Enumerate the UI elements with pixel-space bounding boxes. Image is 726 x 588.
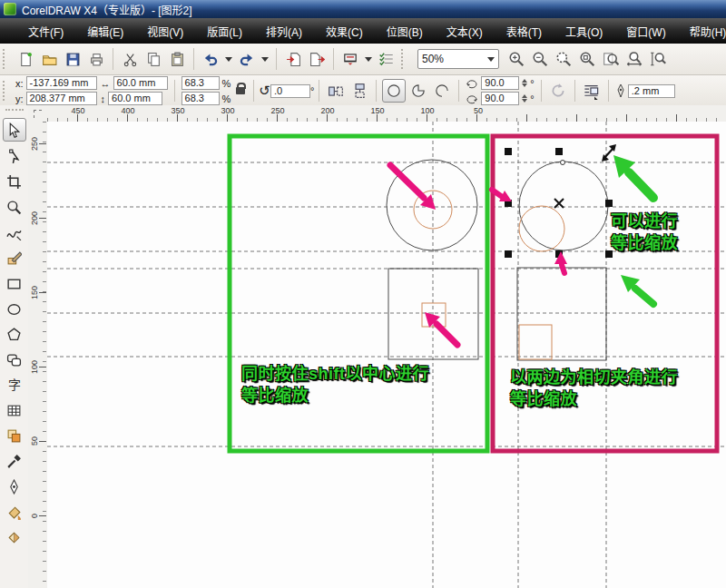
pie-icon: [410, 83, 427, 99]
degree-label: °: [530, 78, 534, 89]
fill-tool[interactable]: [4, 501, 25, 523]
vruler-label: 0: [30, 504, 39, 527]
arc-mode-button[interactable]: [431, 80, 453, 102]
ruler-origin-corner[interactable]: [28, 105, 48, 122]
zoom-all-button[interactable]: [576, 48, 598, 70]
property-bar-grip[interactable]: [3, 81, 9, 101]
print-button[interactable]: [85, 48, 107, 70]
zoom-level-select[interactable]: 50%: [417, 49, 499, 69]
undo-dropdown-icon[interactable]: [225, 57, 232, 62]
toolbox: 字: [0, 105, 29, 588]
interactive-fill-tool[interactable]: [4, 526, 25, 548]
undo-button[interactable]: [200, 48, 221, 70]
horizontal-ruler[interactable]: 450 400 350 300 250 200 150 100 50: [47, 105, 726, 122]
toolbar-grip[interactable]: [401, 49, 407, 69]
app-launcher-button[interactable]: [339, 48, 361, 70]
mirror-horizontal-button[interactable]: [325, 80, 347, 102]
lock-ratio-icon[interactable]: [236, 87, 245, 94]
rectangle-tool[interactable]: [4, 272, 25, 294]
left-example-shapes: [387, 160, 478, 359]
eyedropper-tool[interactable]: [4, 450, 25, 472]
zoom-in-button[interactable]: [505, 48, 527, 70]
object-height-field[interactable]: 60.0 mm: [108, 92, 162, 105]
outline-pen-tool[interactable]: [4, 475, 25, 497]
menu-item-bitmaps[interactable]: 位图(B): [375, 20, 435, 43]
blend-tool[interactable]: [4, 425, 25, 446]
mirror-vertical-button[interactable]: [348, 80, 370, 102]
title-bar: CorelDRAW X4（专业版）- [图形2]: [0, 0, 726, 18]
cut-button[interactable]: [119, 48, 141, 70]
hruler-label: 450: [66, 106, 90, 115]
text-tool[interactable]: 字: [4, 374, 25, 396]
y-position-field[interactable]: 208.377 mm: [26, 92, 97, 105]
zoom-width-button[interactable]: [623, 48, 645, 70]
menu-item-table[interactable]: 表格(T): [495, 20, 554, 43]
snap-options-button[interactable]: [376, 48, 397, 70]
hruler-label: 200: [316, 106, 339, 115]
pick-tool[interactable]: [3, 118, 26, 142]
paste-button[interactable]: [166, 48, 188, 70]
zoom-out-button[interactable]: [529, 48, 551, 70]
copy-button[interactable]: [142, 48, 164, 70]
menu-item-window[interactable]: 窗口(W): [614, 20, 677, 43]
menu-item-edit[interactable]: 编辑(E): [75, 20, 135, 43]
guidelines[interactable]: [47, 122, 726, 588]
import-button[interactable]: [282, 48, 304, 70]
smart-fill-tool[interactable]: [4, 247, 25, 269]
basic-shapes-tool[interactable]: [4, 348, 25, 370]
polygon-tool[interactable]: [4, 323, 25, 345]
ellipse-mode-button[interactable]: [382, 79, 406, 103]
app-launcher-dropdown-icon[interactable]: [365, 57, 372, 62]
save-button[interactable]: [62, 48, 83, 70]
shape-tool[interactable]: [4, 145, 25, 167]
menu-item-text[interactable]: 文本(X): [435, 20, 495, 43]
zoom-page-button[interactable]: [600, 48, 622, 70]
start-angle-spinner[interactable]: [522, 79, 527, 87]
menu-item-file[interactable]: 文件(F): [16, 20, 75, 43]
outline-width-field[interactable]: .2 mm: [628, 84, 675, 98]
vertical-ruler[interactable]: 250 200 150 100 50 0: [28, 122, 48, 588]
menu-item-help[interactable]: 帮助(H): [678, 20, 726, 43]
caption-right-top: 可以进行 等比缩放: [611, 211, 678, 254]
zoom-height-button[interactable]: [647, 48, 669, 70]
pie-mode-button[interactable]: [407, 80, 429, 102]
import-icon: [286, 52, 301, 67]
zoom-selected-button[interactable]: [553, 48, 574, 70]
end-angle-spinner[interactable]: [522, 94, 527, 103]
rotation-field[interactable]: .0: [270, 84, 310, 98]
end-angle-field[interactable]: 90.0: [481, 92, 519, 105]
start-angle-field[interactable]: 90.0: [481, 76, 519, 90]
menu-bar: 文件(F) 编辑(E) 视图(V) 版面(L) 排列(A) 效果(C) 位图(B…: [0, 18, 726, 44]
start-angle-icon: [466, 78, 478, 89]
drawing-canvas[interactable]: 同时按住shift以中心进行 等比缩放 可以进行 等比缩放 以两边为相切夹角进行…: [47, 122, 726, 588]
redo-dropdown-icon[interactable]: [261, 57, 269, 62]
object-width-field[interactable]: 60.0 mm: [113, 76, 168, 90]
vruler-label: 250: [30, 132, 39, 155]
toolbox-grip[interactable]: [5, 109, 24, 114]
redo-button[interactable]: [236, 48, 258, 70]
wrap-text-button[interactable]: [581, 80, 603, 102]
paste-icon: [170, 52, 185, 67]
export-button[interactable]: [306, 48, 328, 70]
toolbar-grip[interactable]: [3, 49, 9, 69]
percent-label: %: [222, 93, 231, 104]
ellipse-tool[interactable]: [4, 298, 25, 319]
zoom-tool[interactable]: [4, 196, 25, 218]
scale-h-field[interactable]: 68.3: [182, 76, 220, 90]
vruler-label: 50: [30, 429, 39, 453]
menu-item-tools[interactable]: 工具(O): [554, 20, 614, 43]
open-button[interactable]: [38, 48, 60, 70]
chevron-down-icon: [487, 57, 495, 62]
scale-v-field[interactable]: 68.3: [182, 92, 220, 105]
app-launcher-icon: [342, 51, 358, 67]
new-button[interactable]: [15, 48, 36, 70]
menu-item-layout[interactable]: 版面(L): [195, 20, 254, 43]
menu-item-view[interactable]: 视图(V): [135, 20, 195, 43]
freehand-tool[interactable]: [4, 221, 25, 243]
hruler-label: 250: [266, 106, 289, 115]
table-tool[interactable]: [4, 399, 25, 421]
crop-tool[interactable]: [4, 171, 25, 192]
menu-item-arrange[interactable]: 排列(A): [254, 20, 314, 43]
menu-item-effects[interactable]: 效果(C): [314, 20, 375, 43]
x-position-field[interactable]: -137.169 mm: [26, 76, 97, 90]
